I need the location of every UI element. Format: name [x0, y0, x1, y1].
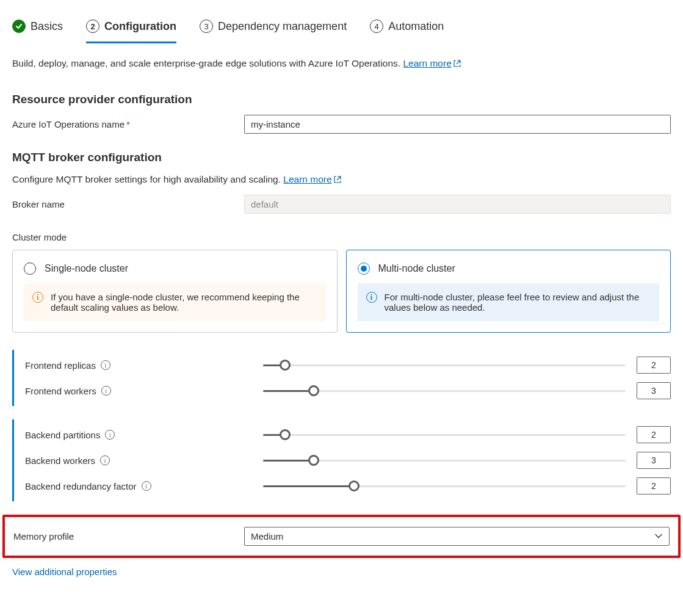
radio-unchecked-icon	[24, 263, 36, 275]
step-number-icon: 4	[370, 20, 383, 33]
cluster-option-multi[interactable]: Multi-node cluster i For multi-node clus…	[346, 250, 671, 333]
slider-label: Frontend workers	[25, 386, 96, 396]
slider-label: Frontend replicas	[25, 360, 96, 371]
name-label: Azure IoT Operations name*	[12, 119, 244, 129]
slider-thumb[interactable]	[349, 480, 360, 491]
tab-configuration[interactable]: 2 Configuration	[86, 11, 176, 43]
info-icon[interactable]: i	[105, 430, 115, 440]
tab-label: Configuration	[104, 20, 176, 33]
cluster-option-single[interactable]: Single-node cluster i If you have a sing…	[12, 250, 338, 333]
wizard-tabs: Basics 2 Configuration 3 Dependency mana…	[12, 11, 671, 43]
slider-label: Backend redundancy factor	[25, 481, 137, 491]
section-mqtt: MQTT broker configuration	[12, 151, 671, 164]
slider-label: Backend workers	[25, 455, 95, 466]
backend-redundancy-slider[interactable]	[263, 485, 626, 487]
backend-redundancy-input[interactable]	[637, 477, 671, 495]
frontend-replicas-slider[interactable]	[263, 364, 626, 366]
frontend-replicas-input[interactable]	[637, 357, 671, 374]
tab-automation[interactable]: 4 Automation	[370, 11, 444, 43]
frontend-workers-input[interactable]	[637, 382, 671, 399]
slider-thumb[interactable]	[280, 429, 291, 440]
backend-partitions-input[interactable]	[637, 426, 671, 443]
info-icon[interactable]: i	[100, 455, 110, 465]
backend-partitions-slider[interactable]	[263, 434, 626, 436]
slider-label: Backend partitions	[25, 430, 100, 440]
mqtt-learn-more-link[interactable]: Learn more	[283, 174, 341, 184]
check-icon	[12, 20, 26, 33]
tab-label: Dependency management	[218, 20, 347, 33]
slider-thumb[interactable]	[308, 455, 319, 466]
multi-node-note: i For multi-node cluster, please feel fr…	[358, 283, 660, 321]
cluster-option-label: Multi-node cluster	[378, 263, 455, 274]
select-value: Medium	[251, 531, 283, 542]
broker-name-input	[244, 195, 671, 214]
step-number-icon: 2	[86, 20, 99, 33]
radio-checked-icon	[358, 263, 370, 275]
tab-label: Basics	[31, 20, 63, 33]
mqtt-subtext: Configure MQTT broker settings for high …	[12, 174, 671, 186]
chevron-down-icon	[654, 531, 663, 542]
external-link-icon	[454, 59, 461, 70]
view-additional-properties-link[interactable]: View additional properties	[12, 567, 117, 577]
single-node-note: i If you have a single-node cluster, we …	[24, 283, 326, 321]
info-icon: i	[32, 292, 43, 303]
info-icon[interactable]: i	[101, 386, 111, 396]
slider-thumb[interactable]	[308, 385, 319, 396]
tab-dependency-management[interactable]: 3 Dependency management	[200, 11, 347, 43]
backend-workers-input[interactable]	[637, 452, 671, 469]
backend-settings-group: Backend partitions i Backend workers i	[12, 419, 671, 501]
frontend-workers-slider[interactable]	[263, 390, 626, 392]
tab-label: Automation	[388, 20, 444, 33]
memory-profile-select[interactable]: Medium	[244, 527, 670, 546]
info-icon[interactable]: i	[101, 360, 110, 370]
learn-more-link[interactable]: Learn more	[403, 58, 460, 68]
memory-profile-highlight: Memory profile Medium	[2, 515, 681, 558]
tab-basics[interactable]: Basics	[12, 11, 63, 43]
memory-profile-label: Memory profile	[13, 531, 244, 542]
backend-workers-slider[interactable]	[263, 460, 626, 462]
frontend-settings-group: Frontend replicas i Frontend workers i	[12, 350, 671, 406]
cluster-mode-options: Single-node cluster i If you have a sing…	[12, 250, 671, 333]
broker-name-label: Broker name	[12, 199, 244, 209]
section-resource-provider: Resource provider configuration	[12, 93, 671, 106]
info-icon: i	[366, 292, 377, 303]
slider-thumb[interactable]	[280, 360, 291, 371]
external-link-icon	[334, 175, 341, 186]
intro-text: Build, deploy, manage, and scale enterpr…	[12, 58, 671, 70]
aio-name-input[interactable]	[244, 115, 671, 134]
step-number-icon: 3	[200, 20, 213, 33]
info-icon[interactable]: i	[142, 481, 151, 491]
cluster-option-label: Single-node cluster	[45, 263, 128, 274]
cluster-mode-label: Cluster mode	[12, 232, 671, 242]
